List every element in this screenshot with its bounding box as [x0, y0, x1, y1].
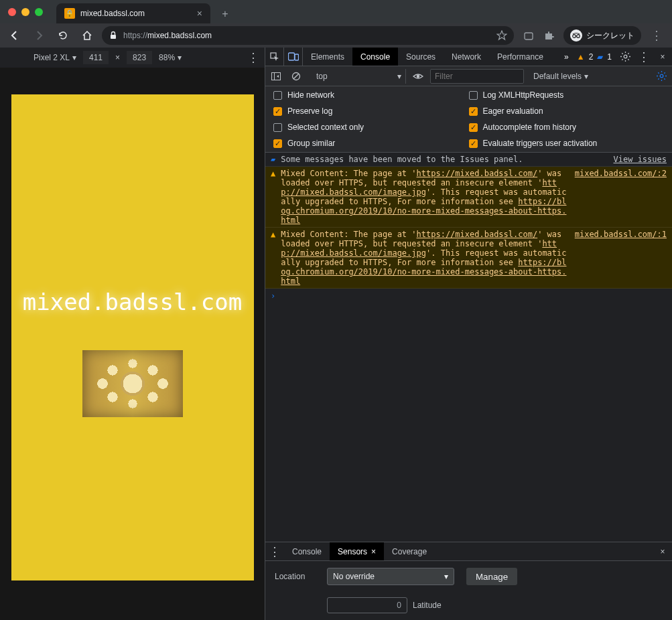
- drawer-tabs: ⋮ Console Sensors× Coverage ×: [265, 542, 672, 561]
- page-image: [82, 350, 183, 417]
- svg-point-2: [573, 35, 576, 38]
- star-icon[interactable]: [496, 30, 507, 41]
- share-icon[interactable]: [523, 30, 534, 41]
- incognito-badge[interactable]: シークレット: [563, 26, 641, 45]
- drawer-tab-coverage[interactable]: Coverage: [384, 542, 435, 560]
- console-sidebar-toggle[interactable]: [268, 68, 284, 84]
- browser-tab[interactable]: 🔒 mixed.badssl.com ×: [56, 3, 210, 23]
- viewport-height-input[interactable]: [127, 51, 152, 64]
- checkbox-icon: [273, 123, 282, 132]
- svg-rect-8: [272, 72, 281, 80]
- address-bar[interactable]: https://mixed.badssl.com: [102, 26, 514, 45]
- location-override-select[interactable]: No override ▾: [327, 568, 454, 585]
- tab-console[interactable]: Console: [352, 48, 398, 66]
- tab-performance[interactable]: Performance: [489, 48, 551, 66]
- console-filter-input[interactable]: [430, 69, 524, 84]
- warning-triangle-icon: ▲: [271, 230, 275, 239]
- viewport-width-input[interactable]: [83, 51, 109, 64]
- live-expression-button[interactable]: [410, 68, 426, 84]
- clear-console-button[interactable]: [288, 68, 304, 84]
- url-text: https://mixed.badssl.com: [123, 31, 212, 40]
- inspect-tool[interactable]: [265, 48, 284, 66]
- console-settings-button[interactable]: [653, 68, 669, 84]
- opt-autocomplete[interactable]: ✓Autocomplete from history: [469, 123, 665, 132]
- source-link[interactable]: mixed.badssl.com/:1: [575, 230, 667, 239]
- tab-network[interactable]: Network: [444, 48, 489, 66]
- arrow-left-icon: [9, 30, 20, 41]
- arrow-right-icon: [33, 30, 44, 41]
- reload-button[interactable]: [54, 26, 72, 45]
- console-messages: ▰ Some messages have been moved to the I…: [265, 153, 672, 542]
- location-label: Location: [275, 572, 315, 581]
- close-icon[interactable]: ×: [371, 547, 376, 556]
- rendered-viewport[interactable]: mixed.badssl.com: [11, 94, 254, 580]
- issues-badges[interactable]: ▲2 ▰1: [573, 48, 616, 66]
- page-url-link[interactable]: https://mixed.badssl.com/: [417, 230, 538, 239]
- tab-elements[interactable]: Elements: [303, 48, 352, 66]
- svg-line-11: [293, 74, 299, 79]
- devtools-menu[interactable]: ⋮: [634, 48, 653, 66]
- devtools-settings-button[interactable]: [616, 48, 634, 66]
- tab-title: mixed.badssl.com: [80, 9, 145, 18]
- drawer-menu-button[interactable]: ⋮: [265, 542, 284, 560]
- dimensions-x: ×: [115, 53, 120, 62]
- caret-down-icon: ▾: [584, 72, 588, 81]
- console-toolbar: top ▾ Default levels ▾: [265, 66, 672, 86]
- warning-triangle-icon: ▲: [577, 52, 585, 62]
- zoom-selector[interactable]: 88% ▾: [159, 53, 182, 62]
- maximize-window-button[interactable]: [35, 8, 43, 16]
- devtools-close-button[interactable]: ×: [653, 48, 672, 66]
- devtools-drawer: ⋮ Console Sensors× Coverage × Location N…: [265, 542, 672, 620]
- checkbox-checked-icon: ✓: [273, 107, 282, 116]
- devtools-tabs: Elements Console Sources Network Perform…: [265, 48, 672, 66]
- page-heading: mixed.badssl.com: [23, 289, 243, 315]
- opt-evaluate-triggers[interactable]: ✓Evaluate triggers user activation: [469, 139, 665, 148]
- drawer-tab-console[interactable]: Console: [284, 542, 330, 560]
- new-tab-button[interactable]: +: [216, 5, 234, 23]
- svg-rect-1: [525, 33, 533, 40]
- console-options: Hide network ✓Preserve log Selected cont…: [265, 86, 672, 153]
- svg-point-3: [577, 35, 580, 38]
- lock-icon: [109, 31, 118, 40]
- manage-locations-button[interactable]: Manage: [466, 568, 517, 585]
- opt-group-similar[interactable]: ✓Group similar: [273, 139, 469, 148]
- view-issues-link[interactable]: View issues: [614, 155, 667, 164]
- device-selector[interactable]: Pixel 2 XL ▾: [33, 53, 76, 62]
- source-link[interactable]: mixed.badssl.com/:2: [575, 169, 667, 178]
- caret-down-icon: ▾: [397, 72, 401, 81]
- chrome-menu-button[interactable]: ⋮: [651, 28, 663, 43]
- home-button[interactable]: [78, 26, 96, 45]
- window-titlebar: 🔒 mixed.badssl.com × +: [0, 0, 672, 23]
- opt-selected-context[interactable]: Selected context only: [273, 123, 469, 132]
- opt-eager-eval[interactable]: ✓Eager evaluation: [469, 106, 665, 116]
- latitude-input[interactable]: [327, 597, 407, 613]
- device-mode-toggle[interactable]: [284, 48, 303, 66]
- forward-button[interactable]: [29, 26, 48, 45]
- console-info-row: ▰ Some messages have been moved to the I…: [265, 153, 672, 167]
- latitude-row: Latitude: [327, 597, 663, 613]
- device-toolbar-menu[interactable]: ⋮: [247, 50, 259, 65]
- checkbox-checked-icon: ✓: [273, 139, 282, 148]
- back-button[interactable]: [5, 26, 24, 45]
- traffic-lights: [0, 8, 43, 16]
- extensions-icon[interactable]: [543, 30, 554, 41]
- opt-preserve-log[interactable]: ✓Preserve log: [273, 106, 469, 116]
- opt-log-xhr[interactable]: Log XMLHttpRequests: [469, 90, 665, 100]
- page-url-link[interactable]: https://mixed.badssl.com/: [417, 169, 538, 178]
- devtools-more-tabs[interactable]: »: [560, 48, 573, 66]
- incognito-icon: [570, 29, 582, 42]
- opt-hide-network[interactable]: Hide network: [273, 90, 469, 100]
- warning-triangle-icon: ▲: [271, 169, 275, 178]
- log-levels-selector[interactable]: Default levels ▾: [533, 72, 588, 81]
- console-prompt[interactable]: ›: [265, 289, 672, 303]
- caret-down-icon: ▾: [72, 53, 76, 62]
- checkbox-checked-icon: ✓: [469, 107, 478, 116]
- minimize-window-button[interactable]: [21, 8, 29, 16]
- execution-context-selector[interactable]: top ▾: [312, 69, 406, 84]
- tab-sources[interactable]: Sources: [398, 48, 444, 66]
- close-tab-icon[interactable]: ×: [197, 8, 202, 19]
- drawer-tab-sensors[interactable]: Sensors×: [330, 542, 384, 560]
- svg-point-7: [624, 55, 627, 58]
- drawer-close-button[interactable]: ×: [653, 542, 672, 560]
- close-window-button[interactable]: [8, 8, 16, 16]
